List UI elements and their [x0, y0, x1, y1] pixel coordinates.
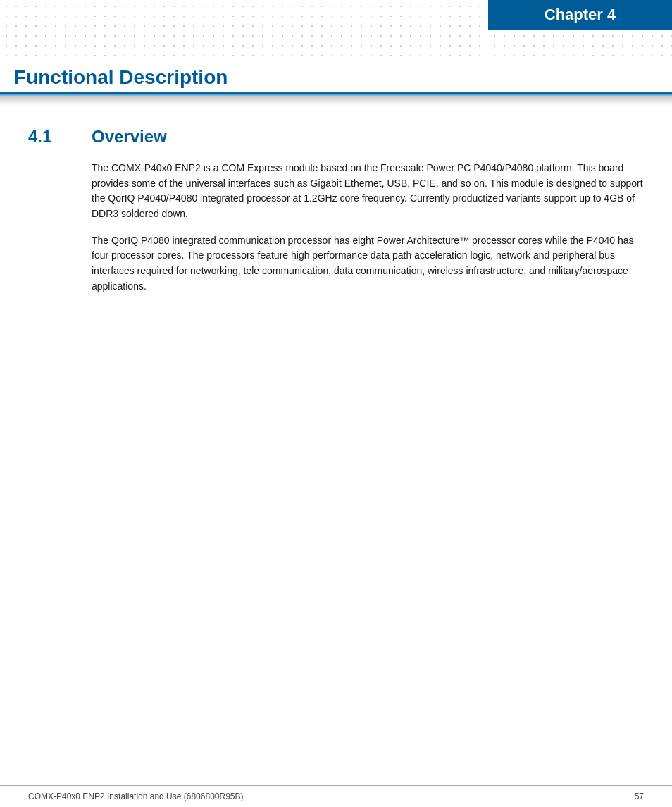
section-4-1-paragraph-1: The COMX-P40x0 ENP2 is a COM Express mod… [92, 161, 644, 222]
header-area: Chapter 4 [0, 0, 672, 62]
section-4-1-paragraph-2: The QorIQ P4080 integrated communication… [92, 233, 644, 295]
section-4-1-title: Overview [92, 127, 167, 147]
section-4-1-number: 4.1 [28, 127, 92, 147]
header-dots-right [488, 30, 672, 62]
header-dots-left [0, 0, 488, 62]
functional-description-title: Functional Description [14, 66, 228, 88]
chapter-label: Chapter 4 [545, 6, 616, 24]
section-title-bar: Functional Description [0, 62, 672, 92]
footer-page-number: 57 [635, 791, 644, 801]
page-footer: COMX-P40x0 ENP2 Installation and Use (68… [0, 785, 672, 807]
main-content: 4.1 Overview The COMX-P40x0 ENP2 is a CO… [0, 106, 672, 334]
section-4-1-heading: 4.1 Overview [28, 127, 644, 147]
chapter-banner: Chapter 4 [488, 0, 672, 30]
gray-shadow-line [0, 96, 672, 106]
footer-left-text: COMX-P40x0 ENP2 Installation and Use (68… [28, 791, 244, 801]
